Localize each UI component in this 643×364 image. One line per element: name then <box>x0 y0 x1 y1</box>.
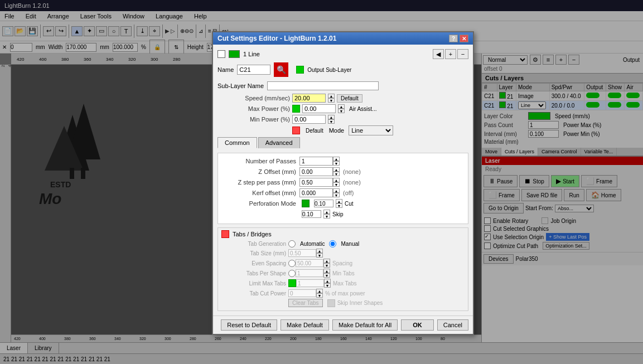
speed-spinner[interactable]: ▲▼ <box>328 94 335 103</box>
perf-skip-spinner[interactable]: ▲▼ <box>323 210 330 219</box>
spacing-spinner[interactable]: ▲▼ <box>323 259 330 268</box>
tab-gen-radio: Automatic Manual <box>288 240 359 247</box>
passes-input[interactable] <box>299 157 333 166</box>
sublayer-row: Sub-Layer Name <box>217 81 468 90</box>
limit-max-toggle[interactable] <box>288 279 296 287</box>
output-sublayer-toggle[interactable] <box>296 66 304 74</box>
tabs-per-shape-spinner[interactable]: ▲▼ <box>323 269 330 278</box>
dialog-close-btn[interactable]: ✕ <box>460 35 468 42</box>
output-sublayer-label: Output Sub-Layer <box>307 67 351 73</box>
speed-row: Speed (mm/sec) ▲▼ Default <box>217 94 468 103</box>
min-power-input[interactable] <box>292 115 326 124</box>
cancel-btn[interactable]: Cancel <box>437 319 468 331</box>
z-offset-none: (none) <box>343 168 361 175</box>
perf-skip-row: ▲▼ Skip <box>221 210 465 219</box>
modal-overlay: Cut Settings Editor - LightBurn 1.2.01 ?… <box>0 0 643 364</box>
layer-enable-checkbox[interactable] <box>217 50 225 58</box>
tab-size-input[interactable] <box>288 249 316 257</box>
tab-cut-power-input[interactable] <box>288 289 316 297</box>
max-power-row: Max Power (%) ▲▼ Air Assist... <box>217 104 468 113</box>
tabs-per-shape-row: Tabs Per Shape ▲▼ Min Tabs <box>221 269 465 278</box>
limit-max-input[interactable] <box>296 279 324 287</box>
layer-add-btn[interactable]: + <box>445 49 456 59</box>
even-spacing-row: Even Spacing ▲▼ Spacing <box>221 259 465 268</box>
clear-tabs-btn[interactable]: Clear Tabs <box>288 299 323 307</box>
dialog-titlebar: Cut Settings Editor - LightBurn 1.2.01 ?… <box>213 32 473 45</box>
perf-mode-toggle[interactable] <box>302 200 310 207</box>
even-spacing-input[interactable] <box>296 259 323 267</box>
z-step-spinner[interactable]: ▲▼ <box>333 178 340 187</box>
layer-prev-btn[interactable]: ◀ <box>433 49 444 59</box>
passes-spinner[interactable]: ▲▼ <box>333 157 340 166</box>
tab-cut-power-label: Tab Cut Power <box>221 290 288 297</box>
manual-radio[interactable] <box>329 240 336 247</box>
dialog-body: 1 Line ◀ + − Name 🔍 Output Sub-Layer <box>213 45 473 316</box>
layer-nav: ◀ + − <box>433 49 468 59</box>
z-step-none: (none) <box>343 179 361 186</box>
z-offset-label: Z Offset (mm) <box>221 168 299 175</box>
tabs-bridges-label: Tabs / Bridges <box>233 231 272 237</box>
tabs-per-shape-radio[interactable] <box>288 270 296 277</box>
kerf-input[interactable] <box>299 188 333 197</box>
search-btn[interactable]: 🔍 <box>274 62 288 77</box>
perf-cut-input[interactable] <box>314 200 333 207</box>
tab-cut-spinner[interactable]: ▲▼ <box>316 289 323 298</box>
perf-cut-label: Cut <box>345 201 354 207</box>
perf-skip-input[interactable] <box>302 210 321 218</box>
tabs-per-shape-label: Tabs Per Shape <box>221 270 288 276</box>
passes-label: Number of Passes <box>221 158 299 164</box>
limit-max-label: Limit Max Tabs <box>221 280 288 287</box>
layer-remove-btn[interactable]: − <box>457 49 468 59</box>
name-input[interactable] <box>237 65 270 75</box>
z-offset-input[interactable] <box>299 167 333 176</box>
ok-btn[interactable]: OK <box>401 319 434 331</box>
perf-mode-label: Perforation Mode <box>221 200 299 207</box>
kerf-label: Kerf offset (mm) <box>221 190 299 196</box>
name-label: Name <box>217 66 234 73</box>
pct-max-label: % of max power <box>325 290 365 297</box>
max-power-toggle[interactable] <box>292 105 300 113</box>
clear-tabs-row: Clear Tabs Skip Inner Shapes <box>221 299 465 307</box>
limit-max-row: Limit Max Tabs ▲▼ Max Tabs <box>221 279 465 288</box>
auto-radio[interactable] <box>288 240 296 247</box>
tab-gen-label: Tab Generation <box>221 241 288 247</box>
tab-common[interactable]: Common <box>217 137 257 148</box>
min-tabs-label: Min Tabs <box>332 270 355 276</box>
max-power-input[interactable] <box>302 104 336 113</box>
spacing-label: Spacing <box>332 260 352 266</box>
mode-select[interactable]: Line Fill Offset Fill <box>349 125 393 135</box>
passes-row: Number of Passes ▲▼ <box>221 157 465 166</box>
min-power-spinner[interactable]: ▲▼ <box>328 115 335 124</box>
speed-input[interactable] <box>292 94 326 103</box>
app-window: LightBurn 1.2.01 File Edit Arrange Laser… <box>0 0 643 364</box>
reset-default-btn[interactable]: Reset to Default <box>221 319 277 331</box>
tabs-bridges-toggle[interactable] <box>221 230 229 238</box>
mode-row: Default Mode Line Fill Offset Fill <box>217 125 468 135</box>
mode-label: Mode <box>329 127 345 134</box>
speed-default-badge: Default <box>337 94 362 103</box>
layer-num-label: 1 Line <box>243 51 260 57</box>
dialog-help-btn[interactable]: ? <box>449 35 458 42</box>
layer-color-btn[interactable] <box>229 50 240 58</box>
min-power-label: Min Power (%) <box>217 116 290 123</box>
spacing-radio[interactable] <box>288 260 296 267</box>
limit-max-spinner[interactable]: ▲▼ <box>324 279 331 288</box>
sublayer-label: Sub-Layer Name <box>217 82 264 89</box>
tab-size-label: Tab Size (mm) <box>221 250 288 256</box>
perf-mode-row: Perforation Mode ▲▼ Cut <box>221 199 465 208</box>
max-power-spinner[interactable]: ▲▼ <box>338 104 345 113</box>
tab-advanced[interactable]: Advanced <box>258 137 300 148</box>
skip-inner-toggle[interactable] <box>327 299 335 307</box>
sublayer-input[interactable] <box>267 81 379 90</box>
make-default-all-btn[interactable]: Make Default for All <box>332 319 398 331</box>
kerf-spinner[interactable]: ▲▼ <box>333 188 340 197</box>
tab-size-spinner[interactable]: ▲▼ <box>316 249 323 258</box>
make-default-btn[interactable]: Make Default <box>281 319 329 331</box>
perf-cut-spinner[interactable]: ▲▼ <box>336 199 342 208</box>
default-toggle[interactable] <box>292 127 300 134</box>
dialog-footer: Reset to Default Make Default Make Defau… <box>213 316 473 334</box>
z-step-input[interactable] <box>299 178 333 187</box>
max-tabs-label: Max Tabs <box>333 280 357 287</box>
z-offset-spinner[interactable]: ▲▼ <box>333 167 340 176</box>
tabs-per-shape-input[interactable] <box>296 269 323 277</box>
